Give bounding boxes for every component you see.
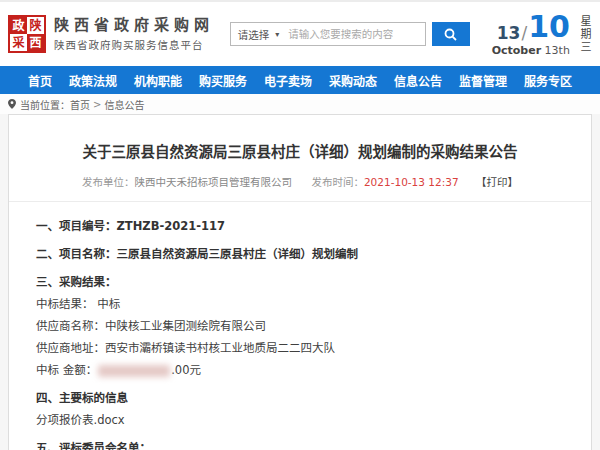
logo-char: 西	[27, 34, 44, 51]
search-input[interactable]	[286, 27, 424, 41]
supplier-name-line: 供应商名称：中陕核工业集团测绘院有限公司	[36, 319, 564, 334]
main-nav: 首页 政策法规 机构职能 购买服务 电子卖场 采购动态 信息公告 监督管理 服务…	[0, 66, 600, 94]
logo-char: 陕	[27, 17, 44, 34]
bid-result-line: 中标结果： 中标	[36, 297, 564, 312]
article-body: 一、项目编号：ZTHZB-2021-117 二、项目名称：三原县自然资源局三原县…	[9, 202, 591, 450]
attachment-link[interactable]: 分项报价表.docx	[36, 413, 564, 428]
publisher-label: 发布单位：	[82, 176, 135, 188]
nav-item-supervision[interactable]: 监督管理	[459, 72, 507, 89]
search-box: 请选择 ▾	[230, 22, 426, 46]
breadcrumb-current[interactable]: 信息公告	[104, 97, 144, 112]
search-select-label: 请选择	[238, 27, 270, 42]
section-project-name: 二、项目名称：三原县自然资源局三原县村庄（详细）规划编制	[36, 247, 564, 262]
date-day: 13	[497, 25, 521, 42]
nav-item-policies[interactable]: 政策法规	[69, 72, 117, 89]
nav-item-services[interactable]: 服务专区	[524, 72, 572, 89]
date-weekday: 星期三	[578, 15, 590, 54]
breadcrumb-separator: >	[93, 99, 101, 110]
date-day-en: 13th	[545, 44, 570, 57]
bid-amount-label: 中标 金额：	[36, 363, 97, 378]
search-icon	[444, 28, 457, 41]
content-panel: 关于三原县自然资源局三原县村庄（详细）规划编制的采购结果公告 发布单位：陕西中天…	[8, 114, 592, 450]
publish-time-label: 发布时间：	[311, 176, 364, 188]
supplier-addr-line: 供应商地址：西安市灞桥镇读书村核工业地质局二二四大队	[36, 341, 564, 356]
nav-item-announcements[interactable]: 信息公告	[394, 72, 442, 89]
date-month-en: October	[492, 44, 541, 57]
redacted-amount-blur	[98, 365, 170, 377]
date-block: 13 / 10 October 13th 星期三	[492, 12, 590, 57]
search-area: 请选择 ▾	[230, 22, 470, 46]
brand-text: 陕西省政府采购网 陕西省政府购买服务信息平台	[54, 16, 214, 52]
publish-time-value: 2021-10-13 12:37	[364, 176, 459, 188]
site-subtitle: 陕西省政府购买服务信息平台	[54, 37, 214, 52]
date-slash: /	[521, 25, 527, 42]
publisher-value: 陕西中天禾招标项目管理有限公司	[135, 176, 293, 188]
print-button[interactable]: 【打印】	[476, 176, 518, 188]
location-pin-icon	[8, 99, 16, 109]
section-committee: 五、评标委员会名单：	[36, 441, 564, 450]
date-month: 10	[528, 12, 570, 42]
nav-item-emall[interactable]: 电子卖场	[264, 72, 312, 89]
page-title: 关于三原县自然资源局三原县村庄（详细）规划编制的采购结果公告	[39, 140, 561, 161]
bid-amount-suffix: .00元	[171, 363, 201, 378]
site-header: 政 陕 采 西 陕西省政府采购网 陕西省政府购买服务信息平台 请选择 ▾	[0, 0, 600, 66]
nav-item-functions[interactable]: 机构职能	[134, 72, 182, 89]
search-category-select[interactable]: 请选择 ▾	[231, 23, 287, 45]
nav-item-purchase[interactable]: 购买服务	[199, 72, 247, 89]
article-meta: 发布单位：陕西中天禾招标项目管理有限公司 发布时间：2021-10-13 12:…	[9, 174, 591, 189]
section-subject-info: 四、主要标的信息	[36, 391, 564, 406]
logo-char: 政	[10, 17, 27, 34]
breadcrumb: 当前位置： 首页 > 信息公告	[0, 94, 600, 114]
chevron-down-icon: ▾	[275, 30, 279, 39]
section-project-number: 一、项目编号：ZTHZB-2021-117	[36, 219, 564, 234]
site-logo: 政 陕 采 西	[8, 15, 46, 53]
section-result-heading: 三、采购结果：	[36, 275, 564, 290]
nav-item-home[interactable]: 首页	[28, 72, 52, 89]
nav-item-news[interactable]: 采购动态	[329, 72, 377, 89]
search-button[interactable]	[432, 22, 470, 46]
breadcrumb-home[interactable]: 首页	[70, 97, 90, 112]
logo-char: 采	[10, 34, 27, 51]
breadcrumb-prefix: 当前位置：	[20, 97, 70, 112]
site-title: 陕西省政府采购网	[54, 16, 214, 34]
bid-amount-line: 中标 金额： .00元	[36, 363, 564, 378]
